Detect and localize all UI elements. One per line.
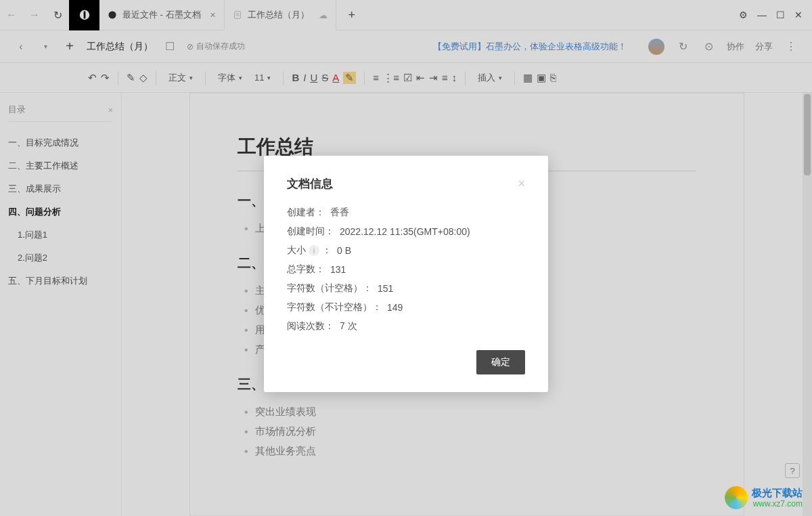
- size-value: 0 B: [337, 245, 351, 256]
- chars-sp-value: 151: [378, 283, 393, 294]
- close-icon[interactable]: ×: [518, 177, 525, 191]
- modal-overlay: 文档信息 × 创建者：香香 创建时间：2022.12.12 11:35(GMT+…: [0, 0, 812, 516]
- chars-sp-label: 字符数（计空格）：: [287, 282, 372, 295]
- watermark-url: www.xz7.com: [752, 499, 803, 509]
- created-label: 创建时间：: [287, 225, 334, 238]
- confirm-button[interactable]: 确定: [476, 350, 525, 374]
- size-label: 大小: [287, 244, 306, 257]
- chars-nsp-label: 字符数（不计空格）：: [287, 301, 382, 314]
- words-label: 总字数：: [287, 263, 325, 276]
- watermark-cn: 极光下载站: [752, 487, 803, 499]
- reads-label: 阅读次数：: [287, 320, 334, 332]
- watermark: 极光下载站 www.xz7.com: [725, 486, 803, 509]
- creator-value: 香香: [330, 207, 349, 219]
- doc-info-dialog: 文档信息 × 创建者：香香 创建时间：2022.12.12 11:35(GMT+…: [264, 156, 548, 392]
- dialog-title: 文档信息: [287, 176, 333, 192]
- watermark-logo-icon: [725, 486, 748, 509]
- created-value: 2022.12.12 11:35(GMT+08:00): [340, 226, 470, 237]
- chars-nsp-value: 149: [387, 302, 403, 313]
- creator-label: 创建者：: [287, 207, 325, 219]
- words-value: 131: [330, 264, 346, 275]
- info-icon[interactable]: i: [309, 245, 319, 256]
- reads-value: 7 次: [340, 320, 357, 332]
